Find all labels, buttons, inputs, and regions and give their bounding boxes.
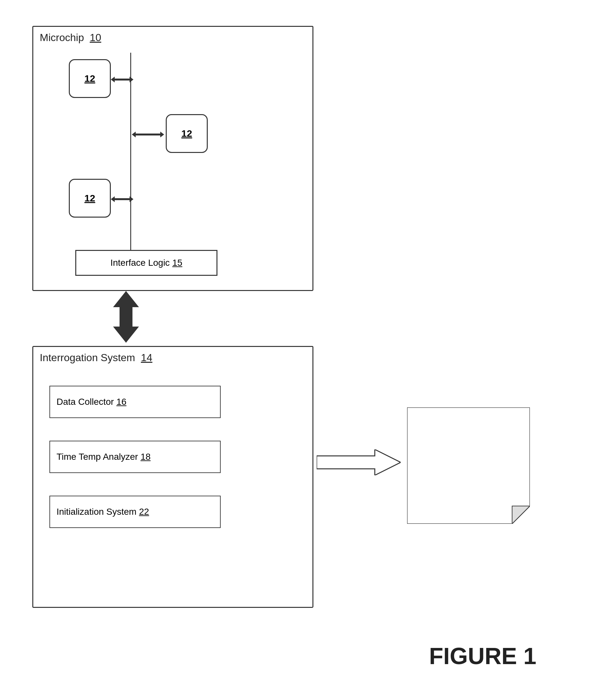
initialization-system-box: Initialization System 22: [49, 496, 221, 528]
microchip-ref: 10: [90, 32, 102, 43]
interrogation-label: Interrogation System 14: [40, 352, 153, 364]
svg-marker-5: [160, 132, 164, 137]
chip-block-3: 12: [69, 179, 111, 218]
interrogation-label-text: Interrogation System: [40, 352, 135, 364]
svg-marker-3: [132, 132, 136, 137]
data-collector-box: Data Collector 16: [49, 386, 221, 418]
initialization-system-ref: 22: [139, 507, 149, 517]
data-collector-ref: 16: [116, 397, 126, 407]
microchip-label-text: Microchip: [40, 32, 84, 43]
svg-marker-6: [111, 196, 115, 202]
svg-marker-13: [512, 506, 530, 524]
data-collector-label: Data Collector: [56, 397, 114, 407]
arrow-2: [132, 130, 164, 139]
svg-marker-11: [317, 449, 401, 475]
interface-logic-ref: 15: [172, 258, 182, 268]
time-temp-analyzer-box: Time Temp Analyzer 18: [49, 441, 221, 473]
svg-marker-2: [130, 77, 134, 83]
microchip-box: Microchip 10 12 12: [32, 26, 314, 291]
initialization-system-label: Initialization System: [56, 507, 136, 517]
chip-block-2: 12: [166, 114, 208, 153]
interface-logic-label: Interface Logic: [111, 258, 170, 268]
big-double-arrow: [107, 291, 145, 343]
figure-label: FIGURE 1: [429, 643, 536, 669]
svg-rect-1: [115, 79, 130, 81]
interrogation-box: Interrogation System 14 Data Collector 1…: [32, 346, 314, 608]
arrow-3: [111, 194, 134, 204]
microchip-label: Microchip 10: [40, 32, 101, 44]
svg-rect-4: [136, 134, 160, 135]
chip-block-1: 12: [69, 59, 111, 98]
svg-rect-7: [115, 198, 130, 200]
document-shape: Time Temperature Information 20: [407, 407, 530, 524]
interface-logic-box: Interface Logic 15: [75, 250, 217, 276]
right-arrow: [317, 449, 401, 475]
diagram-container: Microchip 10 12 12: [19, 19, 569, 682]
chip-block-3-ref: 12: [84, 193, 95, 204]
svg-marker-0: [111, 77, 115, 83]
chip-block-1-ref: 12: [84, 73, 95, 84]
arrow-1: [111, 75, 134, 85]
time-temp-analyzer-ref: 18: [141, 452, 151, 462]
chip-block-2-ref: 12: [181, 128, 192, 139]
svg-marker-12: [407, 407, 530, 524]
interrogation-ref: 14: [141, 352, 153, 364]
svg-marker-10: [113, 307, 139, 343]
svg-marker-8: [130, 196, 134, 202]
time-temp-analyzer-label: Time Temp Analyzer: [56, 452, 138, 462]
